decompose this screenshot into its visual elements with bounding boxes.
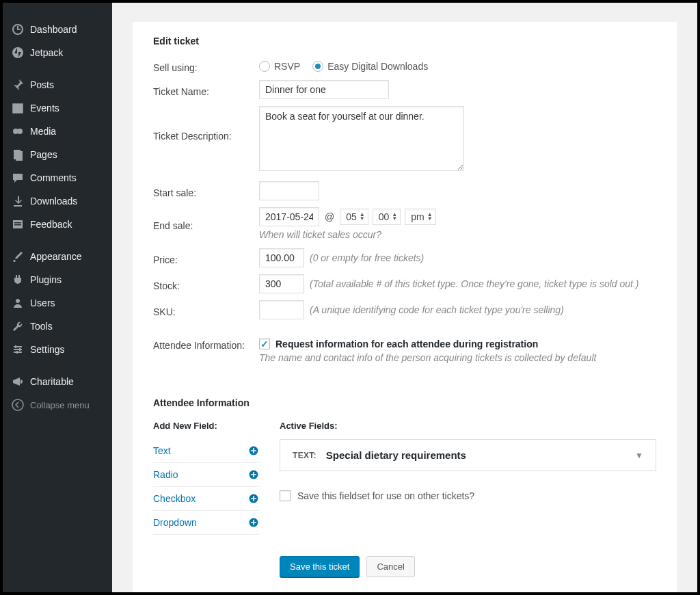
- svg-rect-2: [13, 104, 23, 106]
- download-icon: [11, 194, 25, 208]
- field-type-text[interactable]: Text: [153, 439, 259, 463]
- svg-rect-15: [19, 348, 21, 351]
- end-ampm-select[interactable]: pm▲▼: [405, 209, 435, 225]
- sku-hint: (A unique identifying code for each tick…: [310, 304, 564, 315]
- radio-label: RSVP: [274, 61, 300, 72]
- add-new-field-label: Add New Field:: [153, 421, 259, 431]
- sidebar-item-jetpack[interactable]: Jetpack: [3, 41, 112, 64]
- radio-label: Easy Digital Downloads: [327, 61, 428, 72]
- svg-point-17: [12, 399, 23, 410]
- cancel-button[interactable]: Cancel: [366, 556, 414, 577]
- radio-icon: [259, 61, 270, 72]
- sell-rsvp-radio[interactable]: RSVP: [259, 61, 300, 72]
- sidebar-item-media[interactable]: Media: [3, 120, 112, 143]
- at-symbol: @: [325, 211, 334, 222]
- attendee-info-label: Attendee Information:: [153, 339, 259, 351]
- sku-label: SKU:: [153, 303, 259, 317]
- svg-point-10: [16, 299, 20, 303]
- plus-icon: [248, 493, 259, 504]
- start-sale-input[interactable]: [259, 181, 319, 200]
- svg-rect-16: [16, 351, 18, 354]
- radio-icon: [312, 61, 323, 72]
- sidebar-label: Downloads: [30, 196, 77, 207]
- feedback-icon: [11, 217, 25, 231]
- sidebar-label: Media: [30, 126, 56, 137]
- svg-rect-6: [16, 151, 23, 161]
- ticket-desc-textarea[interactable]: [259, 106, 464, 171]
- active-field-type: TEXT:: [293, 451, 317, 460]
- ticket-name-label: Ticket Name:: [153, 83, 259, 97]
- sidebar-label: Settings: [30, 344, 65, 355]
- sidebar-label: Comments: [30, 172, 77, 183]
- sidebar-label: Feedback: [30, 219, 72, 230]
- plus-icon: [248, 445, 259, 456]
- main-content: Edit ticket Sell using: RSVP Easy Digita…: [112, 3, 697, 592]
- pin-icon: [11, 78, 25, 92]
- sidebar-label: Pages: [30, 149, 57, 160]
- sidebar-label: Dashboard: [30, 24, 77, 35]
- svg-point-0: [12, 47, 23, 58]
- save-ticket-button[interactable]: Save this ticket: [280, 556, 360, 577]
- svg-point-4: [17, 129, 23, 134]
- media-icon: [11, 124, 25, 138]
- svg-rect-8: [14, 222, 21, 224]
- sidebar-label: Tools: [30, 321, 53, 332]
- sidebar-item-plugins[interactable]: Plugins: [3, 268, 112, 291]
- price-input[interactable]: [259, 248, 304, 267]
- sidebar-item-posts[interactable]: Posts: [3, 73, 112, 96]
- price-hint: (0 or empty for free tickets): [310, 252, 424, 263]
- sidebar-item-charitable[interactable]: Charitable: [3, 370, 112, 393]
- field-type-radio[interactable]: Radio: [153, 463, 259, 487]
- sidebar-label: Users: [30, 298, 55, 308]
- sidebar-item-users[interactable]: Users: [3, 291, 112, 315]
- user-icon: [11, 296, 25, 310]
- end-sale-date-input[interactable]: [259, 207, 319, 226]
- sell-edd-radio[interactable]: Easy Digital Downloads: [312, 61, 428, 72]
- dashboard-icon: [11, 23, 25, 36]
- sidebar-item-settings[interactable]: Settings: [3, 338, 112, 361]
- end-minute-select[interactable]: 00▲▼: [373, 209, 401, 225]
- field-type-checkbox[interactable]: Checkbox: [153, 487, 259, 511]
- sell-using-label: Sell using:: [153, 59, 259, 73]
- active-field-row[interactable]: TEXT: Special dietary requirements ▼: [280, 439, 656, 471]
- stock-label: Stock:: [153, 277, 259, 291]
- sidebar-label: Appearance: [30, 251, 82, 262]
- sale-hint: When will ticket sales occur?: [259, 229, 656, 240]
- sidebar-item-tools[interactable]: Tools: [3, 315, 112, 338]
- ticket-desc-label: Ticket Description:: [153, 106, 259, 142]
- calendar-icon: [11, 101, 25, 115]
- ticket-name-input[interactable]: [259, 80, 389, 99]
- plus-icon: [248, 469, 259, 480]
- chevron-down-icon: ▼: [635, 451, 643, 460]
- sidebar-label: Plugins: [30, 274, 62, 285]
- field-type-label: Checkbox: [153, 493, 196, 504]
- sidebar-item-appearance[interactable]: Appearance: [3, 245, 112, 268]
- settings-icon: [11, 343, 25, 356]
- end-hour-select[interactable]: 05▲▼: [340, 209, 368, 225]
- stock-input[interactable]: [259, 274, 304, 293]
- attendee-info-checkbox[interactable]: [259, 339, 270, 349]
- plus-icon: [248, 517, 259, 528]
- sidebar-item-dashboard[interactable]: Dashboard: [3, 18, 112, 41]
- sidebar-label: Events: [30, 103, 59, 114]
- sidebar-item-pages[interactable]: Pages: [3, 143, 112, 166]
- wrench-icon: [11, 319, 25, 333]
- stock-hint: (Total available # of this ticket type. …: [310, 278, 639, 289]
- sidebar-item-events[interactable]: Events: [3, 96, 112, 120]
- sku-input[interactable]: [259, 300, 304, 319]
- save-fieldset-checkbox[interactable]: [280, 490, 291, 501]
- field-type-dropdown[interactable]: Dropdown: [153, 511, 259, 535]
- start-sale-label: Start sale:: [153, 184, 259, 198]
- svg-rect-9: [14, 224, 21, 226]
- collapse-label: Collapse menu: [30, 400, 90, 410]
- admin-sidebar: Dashboard Jetpack Posts Events Media Pag…: [3, 3, 112, 592]
- active-fields-label: Active Fields:: [280, 421, 656, 431]
- sidebar-item-comments[interactable]: Comments: [3, 166, 112, 189]
- spinner-icon: ▲▼: [427, 213, 433, 221]
- field-type-label: Dropdown: [153, 517, 197, 528]
- spinner-icon: ▲▼: [392, 213, 397, 221]
- sidebar-item-downloads[interactable]: Downloads: [3, 189, 112, 213]
- collapse-menu[interactable]: Collapse menu: [3, 393, 112, 416]
- svg-rect-11: [14, 346, 22, 347]
- sidebar-item-feedback[interactable]: Feedback: [3, 213, 112, 236]
